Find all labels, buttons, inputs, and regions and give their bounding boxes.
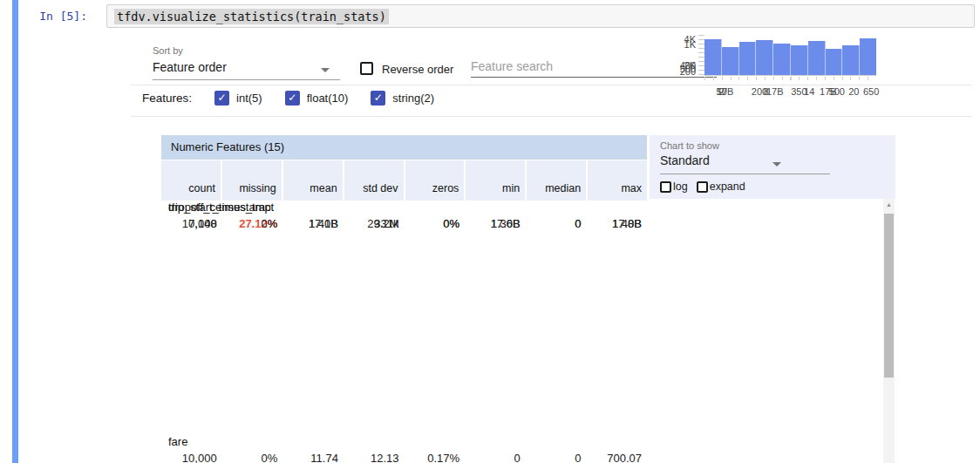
features-label: Features:	[142, 92, 192, 105]
code-cell[interactable]: tfdv.visualize_statistics(train_stats)	[106, 4, 975, 28]
chevron-down-icon	[772, 162, 781, 167]
column-header: min	[466, 160, 525, 201]
x-axis-ticks	[704, 77, 876, 80]
feature-type-checkbox[interactable]: ✓	[371, 91, 385, 106]
column-header: zeros	[405, 160, 465, 201]
chart-option-label: log	[673, 180, 688, 193]
histogram-bar	[704, 51, 722, 75]
stat-value: 0	[526, 452, 587, 463]
histogram-bar	[842, 70, 860, 75]
histogram-bar	[756, 40, 773, 75]
notebook-screen: In [5]: tfdv.visualize_statistics(train_…	[0, 0, 980, 463]
chart-type-value: Standard	[660, 153, 710, 167]
histogram-plot	[704, 35, 876, 76]
column-header: mean	[283, 160, 343, 201]
stat-value: 11.74	[282, 452, 344, 463]
scrollbar-thumb[interactable]	[884, 214, 894, 378]
column-header: missing	[222, 160, 282, 201]
histogram-bar	[791, 45, 808, 75]
scroll-up-arrow[interactable]: ▲	[883, 199, 895, 210]
sort-by-select[interactable]: Feature order	[153, 60, 340, 80]
feature-type-filter: ✓string(2)	[371, 91, 434, 106]
y-axis-labels: 1K200	[663, 35, 696, 76]
stat-value: 0.17%	[405, 452, 466, 463]
stat-value: 10,000	[161, 217, 222, 230]
feature-name: fare	[168, 435, 647, 448]
chevron-down-icon	[321, 68, 330, 72]
stat-value: 1.41B	[282, 217, 344, 230]
feature-row: fare10,0000%11.7412.130.17%00700.07	[161, 435, 647, 463]
chart-option: expand	[697, 180, 745, 193]
stat-value: 10,000	[161, 452, 222, 463]
feature-type-checkbox[interactable]: ✓	[285, 91, 300, 106]
stat-value: 0	[526, 217, 587, 230]
stat-value: 1.48B	[586, 217, 647, 230]
active-cell-indicator	[12, 0, 18, 463]
feature-type-label: string(2)	[392, 92, 434, 105]
histogram-trip-start-timestamp: 1K200	[663, 35, 889, 101]
feature-type-checkbox[interactable]: ✓	[214, 91, 229, 106]
stat-value: 29.2M	[344, 217, 405, 230]
scrollbar[interactable]: ▲	[883, 199, 895, 463]
chart-type-select[interactable]: Standard	[660, 153, 830, 174]
y-axis-ticks	[698, 35, 704, 76]
feature-type-filter: ✓int(5)	[214, 91, 262, 106]
stat-values: 10,0000%11.7412.130.17%00700.07	[161, 452, 647, 463]
log-checkbox[interactable]	[660, 181, 671, 193]
stat-value: 1.36B	[465, 217, 526, 230]
stat-value: 0%	[405, 217, 466, 230]
table-title: Numeric Features (15)	[161, 135, 647, 160]
sort-by-label: Sort by	[153, 45, 183, 56]
sort-by-value: Feature order	[153, 60, 227, 74]
chart-option-label: expand	[710, 180, 745, 193]
stat-values: 10,0000%1.41B29.2M0%1.36B01.48B	[161, 217, 647, 230]
y-tick-label: 200	[680, 66, 696, 77]
chart-options: logexpand	[660, 180, 895, 193]
histogram-bar	[722, 47, 739, 75]
chart-to-show-label: Chart to show	[660, 140, 895, 151]
histogram-bar	[808, 45, 826, 75]
column-header: max	[588, 160, 647, 201]
cell-prompt: In [5]:	[17, 10, 87, 23]
histogram-bar	[739, 42, 757, 75]
histogram-bar	[826, 61, 843, 75]
reverse-order-checkbox[interactable]	[360, 62, 373, 75]
features-filter-row: Features: ✓int(5)✓float(10)✓string(2)	[142, 91, 434, 106]
feature-type-label: int(5)	[236, 92, 262, 105]
histogram-bar	[773, 44, 791, 75]
histogram-bar	[860, 71, 876, 75]
feature-type-label: float(10)	[307, 92, 349, 105]
stat-value: 0	[465, 452, 526, 463]
chart-controls-panel: Chart to show Standard logexpand	[650, 135, 895, 199]
feature-type-filter: ✓float(10)	[285, 91, 349, 106]
column-header-row: countmissingmeanstd devzerosminmedianmax	[161, 160, 647, 201]
stat-value: 12.13	[344, 452, 405, 463]
tfdv-statistics-widget: Sort by Feature order Reverse order Feat…	[131, 35, 971, 463]
y-tick-label: 1K	[684, 39, 696, 50]
column-header: count	[161, 160, 221, 201]
stat-value: 0%	[222, 452, 283, 463]
chart-option: log	[660, 180, 688, 193]
feature-name: trip_start_timestamp	[168, 201, 647, 214]
numeric-features-table: Numeric Features (15) countmissingmeanst…	[161, 135, 647, 201]
code-input[interactable]: tfdv.visualize_statistics(train_stats)	[114, 9, 389, 24]
column-header: median	[527, 160, 586, 201]
feature-row: trip_start_timestamp10,0000%1.41B29.2M0%…	[161, 201, 647, 230]
stat-value: 0%	[222, 217, 283, 230]
stat-value: 700.07	[586, 452, 647, 463]
expand-checkbox[interactable]	[697, 181, 708, 193]
column-header: std dev	[344, 160, 404, 201]
reverse-order-label: Reverse order	[382, 63, 453, 76]
divider	[131, 116, 971, 117]
